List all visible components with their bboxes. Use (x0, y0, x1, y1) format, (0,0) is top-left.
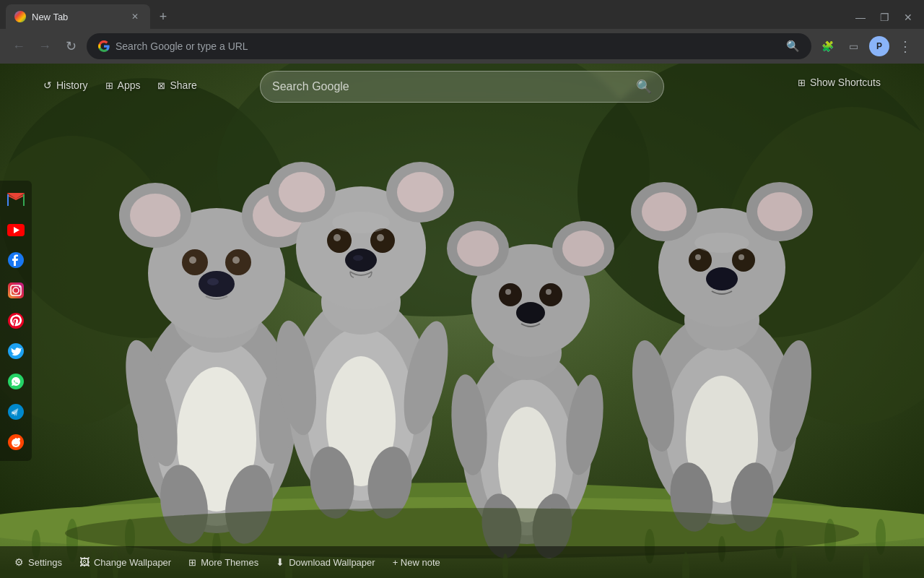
svg-point-34 (232, 256, 240, 264)
svg-point-56 (332, 212, 390, 233)
sidebar-twitter-icon[interactable] (1, 337, 30, 366)
back-button[interactable]: ← (9, 36, 29, 56)
tab-bar: New Tab ✕ + — ❐ ✕ (0, 0, 924, 29)
svg-point-53 (377, 234, 384, 241)
bottom-bar: ⚙ Settings 🖼 Change Wallpaper ⊞ More The… (0, 546, 924, 578)
svg-point-70 (499, 283, 522, 306)
svg-point-36 (207, 278, 219, 285)
svg-point-28 (130, 194, 180, 237)
apps-link[interactable]: ⊞ Apps (105, 79, 141, 91)
download-wallpaper-label: Download Wallpaper (289, 557, 375, 568)
tab-close-icon[interactable]: ✕ (128, 10, 141, 23)
history-icon: ↺ (43, 79, 52, 91)
tab-title: New Tab (32, 12, 123, 22)
new-tab-button[interactable]: + (153, 7, 173, 27)
new-tab-content: ↺ History ⊞ Apps ⊠ Share Search Google 🔍… (0, 64, 924, 578)
svg-point-92 (706, 267, 738, 290)
svg-point-85 (642, 192, 687, 231)
omnibox-icons: 🔍 (786, 40, 800, 53)
close-button[interactable]: ✕ (898, 9, 918, 26)
more-themes-label: More Themes (201, 557, 258, 568)
svg-point-88 (689, 249, 712, 272)
svg-point-111 (19, 286, 20, 288)
search-placeholder: Search Google (272, 80, 630, 93)
reload-button[interactable]: ↻ (61, 36, 81, 56)
shortcuts-grid-icon: ⊞ (798, 77, 806, 88)
active-tab[interactable]: New Tab ✕ (6, 4, 150, 29)
google-logo (98, 40, 110, 52)
sidebar-youtube-icon[interactable] (1, 215, 30, 244)
svg-point-91 (738, 254, 744, 260)
settings-link[interactable]: ⚙ Settings (14, 556, 62, 568)
settings-icon: ⚙ (14, 556, 24, 568)
sidebar-gmail-icon[interactable] (1, 185, 30, 214)
background (0, 64, 924, 578)
profile-button[interactable]: P (869, 36, 889, 56)
split-screen-button[interactable]: ▭ (843, 36, 863, 56)
settings-label: Settings (28, 557, 62, 568)
search-bar[interactable]: Search Google 🔍 (260, 71, 664, 103)
sidebar-facebook-icon[interactable] (1, 246, 30, 275)
menu-button[interactable]: ⋮ (895, 36, 915, 56)
new-note-label: + New note (393, 557, 440, 568)
minimize-button[interactable]: — (850, 9, 871, 26)
download-icon: ⬇ (276, 556, 284, 568)
svg-point-67 (457, 230, 499, 267)
sidebar-reddit-icon[interactable] (1, 428, 30, 457)
share-icon: ⊠ (157, 80, 165, 91)
change-wallpaper-label: Change Wallpaper (94, 557, 171, 568)
history-label: History (56, 79, 88, 91)
svg-point-90 (695, 254, 701, 260)
svg-point-87 (757, 192, 802, 231)
search-container: Search Google 🔍 (260, 71, 664, 103)
search-icon: 🔍 (786, 40, 800, 53)
tab-favicon (14, 11, 26, 22)
forward-button[interactable]: → (35, 36, 55, 56)
svg-point-55 (353, 255, 363, 261)
more-themes-link[interactable]: ⊞ More Themes (188, 557, 258, 568)
svg-point-49 (397, 172, 443, 212)
show-shortcuts-label: Show Shortcuts (810, 77, 881, 88)
share-link[interactable]: ⊠ Share (157, 79, 196, 91)
change-wallpaper-link[interactable]: 🖼 Change Wallpaper (79, 556, 171, 568)
wallpaper-icon: 🖼 (79, 556, 90, 568)
themes-icon: ⊞ (188, 557, 196, 568)
search-submit-icon[interactable]: 🔍 (636, 79, 652, 95)
address-bar: ← → ↻ Search Google or type a URL 🔍 🧩 ▭ … (0, 29, 924, 64)
sidebar-telegram-icon[interactable] (1, 397, 30, 426)
browser-chrome: New Tab ✕ + — ❐ ✕ ← → ↻ Search Google or… (0, 0, 924, 64)
apps-icon: ⊞ (105, 80, 113, 91)
svg-point-73 (546, 289, 552, 295)
svg-point-47 (279, 172, 325, 212)
omnibox[interactable]: Search Google or type a URL 🔍 (87, 33, 811, 59)
extensions-button[interactable]: 🧩 (817, 36, 837, 56)
sidebar-pinterest-icon[interactable] (1, 306, 30, 335)
svg-point-33 (189, 256, 196, 264)
svg-point-74 (516, 302, 545, 324)
maximize-button[interactable]: ❐ (874, 9, 895, 26)
nav-links: ↺ History ⊞ Apps ⊠ Share (43, 79, 197, 91)
svg-rect-103 (23, 194, 25, 206)
koala-scene-svg (0, 64, 924, 578)
sidebar-instagram-icon[interactable] (1, 276, 30, 305)
history-link[interactable]: ↺ History (43, 79, 88, 91)
svg-point-71 (539, 283, 562, 306)
new-note-link[interactable]: + New note (393, 557, 440, 568)
window-controls: — ❐ ✕ (850, 9, 918, 26)
sidebar-whatsapp-icon[interactable] (1, 367, 30, 396)
svg-point-93 (694, 233, 749, 253)
svg-point-69 (562, 230, 604, 267)
omnibox-text: Search Google or type a URL (116, 40, 780, 52)
apps-label: Apps (118, 79, 141, 91)
svg-point-89 (732, 249, 755, 272)
share-label: Share (170, 79, 196, 91)
svg-point-52 (334, 234, 341, 241)
sidebar (0, 181, 32, 461)
svg-point-72 (505, 289, 511, 295)
download-wallpaper-link[interactable]: ⬇ Download Wallpaper (276, 556, 375, 568)
svg-rect-102 (7, 194, 9, 206)
show-shortcuts-button[interactable]: ⊞ Show Shortcuts (798, 77, 881, 88)
